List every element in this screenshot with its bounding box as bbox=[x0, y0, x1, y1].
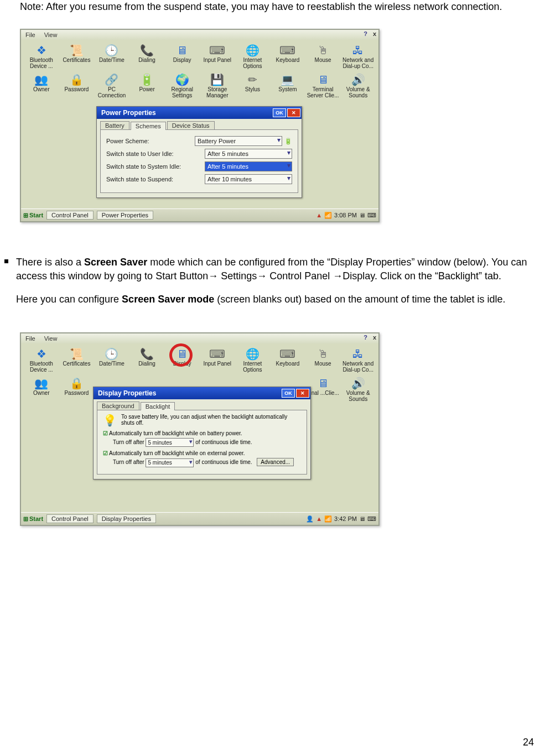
taskbar-task[interactable]: Power Properties bbox=[97, 211, 153, 220]
cp-icon[interactable]: 👥Owner bbox=[24, 72, 59, 98]
menu-view[interactable]: View bbox=[44, 335, 58, 342]
tabs: Battery Schemes Device Status bbox=[97, 119, 302, 129]
cp-icon[interactable]: 🖱Mouse bbox=[306, 43, 340, 69]
cp-icon[interactable]: 📞Dialing bbox=[130, 347, 164, 373]
screenshot-display-properties: File View ? x ❖Bluetooth Device ... 📜Cer… bbox=[20, 332, 380, 526]
control-panel-icons: ❖Bluetooth Device ... 📜Certificates 🕒Dat… bbox=[21, 40, 378, 100]
label-power-scheme: Power Scheme: bbox=[106, 138, 149, 144]
cp-icon[interactable]: ✏Stylus bbox=[236, 72, 270, 98]
start-button[interactable]: ⊞Start bbox=[23, 212, 43, 219]
cp-icon[interactable]: 🖥Terminal Server Clie... bbox=[306, 72, 340, 98]
combo-power-scheme[interactable]: Battery Power bbox=[195, 136, 282, 146]
start-button[interactable]: ⊞Start bbox=[23, 515, 43, 523]
cp-icon[interactable]: ⌨Keyboard bbox=[271, 347, 305, 373]
label-suspend: Switch state to Suspend: bbox=[106, 176, 173, 183]
combo-external-timeout[interactable]: 5 minutes bbox=[146, 458, 194, 467]
taskbar-task[interactable]: Control Panel bbox=[46, 514, 94, 523]
menu-file[interactable]: File bbox=[25, 335, 35, 342]
cp-icon[interactable]: 🔋Power bbox=[130, 72, 164, 98]
cp-icon[interactable]: 🔒Password bbox=[60, 376, 94, 402]
system-tray: ▲ 📶 3:08 PM 🖥 ⌨ bbox=[316, 212, 376, 219]
cp-icon[interactable]: 🌐Internet Options bbox=[236, 347, 270, 373]
combo-battery-timeout[interactable]: 5 minutes bbox=[146, 438, 194, 447]
cp-icon[interactable]: ❖Bluetooth Device ... bbox=[24, 347, 59, 373]
label-user-idle: Switch state to User Idle: bbox=[106, 150, 174, 157]
taskbar-task[interactable]: Display Properties bbox=[97, 514, 156, 523]
combo-user-idle[interactable]: After 5 minutes bbox=[205, 149, 292, 159]
tray-icon: ▲ bbox=[316, 515, 322, 522]
menu-view[interactable]: View bbox=[44, 32, 58, 38]
cp-icon[interactable]: 🖱Mouse bbox=[306, 347, 340, 373]
cp-icon[interactable]: 🌍Regional Settings bbox=[165, 72, 199, 98]
cp-icon[interactable]: ❖Bluetooth Device ... bbox=[24, 43, 59, 69]
taskbar: ⊞Start Control Panel Power Properties ▲ … bbox=[21, 208, 378, 221]
cp-icon[interactable]: 🌐Internet Options bbox=[236, 43, 270, 69]
tray-icon: ⌨ bbox=[367, 515, 376, 523]
cp-icon[interactable]: ⌨Keyboard bbox=[271, 43, 305, 69]
dialog-title: Power Properties bbox=[101, 109, 156, 117]
tab-device-status[interactable]: Device Status bbox=[167, 121, 215, 129]
bullet-icon bbox=[4, 259, 8, 263]
cp-icon[interactable]: 🖧Network and Dial-up Co... bbox=[341, 347, 375, 373]
bullet-text: There is also a Screen Saver mode which … bbox=[16, 256, 534, 319]
cp-icon[interactable]: 📞Dialing bbox=[130, 43, 164, 69]
cp-icon[interactable]: 📜Certificates bbox=[60, 43, 94, 69]
cp-icon[interactable]: 🖧Network and Dial-up Co... bbox=[341, 43, 375, 69]
cp-icon[interactable]: ⌨Input Panel bbox=[200, 43, 235, 69]
cp-icon[interactable]: 👥Owner bbox=[24, 376, 59, 402]
dialog-title: Display Properties bbox=[98, 389, 156, 397]
tab-battery[interactable]: Battery bbox=[100, 121, 129, 129]
bullet-item: There is also a Screen Saver mode which … bbox=[4, 256, 534, 319]
advanced-button[interactable]: Advanced... bbox=[257, 458, 294, 466]
ok-button[interactable]: OK bbox=[282, 389, 295, 398]
windows-icon: ⊞ bbox=[23, 212, 28, 219]
backlight-blurb: To save battery life, you can adjust whe… bbox=[121, 414, 301, 426]
tab-backlight[interactable]: Backlight bbox=[141, 402, 175, 410]
tray-icon: 🖥 bbox=[359, 212, 365, 218]
taskbar-task[interactable]: Control Panel bbox=[46, 211, 94, 220]
ok-button[interactable]: OK bbox=[273, 108, 286, 117]
cp-icon[interactable]: 💻System bbox=[271, 72, 305, 98]
help-icon[interactable]: ? bbox=[364, 334, 367, 341]
cp-icon[interactable]: 🖥...nal ...Clie... bbox=[306, 376, 340, 402]
close-button[interactable]: ✕ bbox=[287, 108, 300, 117]
battery-icon: 🔋 bbox=[284, 138, 292, 145]
tabs: Background Backlight bbox=[94, 399, 310, 410]
close-icon[interactable]: x bbox=[373, 334, 376, 341]
cp-icon[interactable]: 🔒Password bbox=[60, 72, 94, 98]
close-icon[interactable]: x bbox=[373, 30, 376, 37]
tray-icon: 🖥 bbox=[359, 515, 365, 522]
cp-icon[interactable]: 📜Certificates bbox=[60, 347, 94, 373]
highlight-circle-icon bbox=[169, 343, 193, 367]
cp-icon[interactable]: 🕒Date/Time bbox=[95, 43, 129, 69]
combo-suspend[interactable]: After 10 minutes bbox=[205, 174, 292, 184]
cp-icon[interactable]: 🔗PC Connection bbox=[95, 72, 129, 98]
menubar: File View ? x bbox=[21, 333, 378, 343]
cp-icon[interactable]: 🖥Display bbox=[165, 43, 199, 69]
lightbulb-icon: 💡 bbox=[103, 414, 117, 427]
close-button[interactable]: ✕ bbox=[296, 389, 309, 398]
dialog-body: Power Scheme: Battery Power 🔋 Switch sta… bbox=[100, 129, 298, 193]
dialog-display-properties: Display Properties OK ✕ Background Backl… bbox=[93, 387, 311, 479]
menubar: File View ? x bbox=[21, 30, 378, 40]
dialog-body: 💡 To save battery life, you can adjust w… bbox=[97, 410, 307, 474]
cp-icon[interactable]: 💾Storage Manager bbox=[200, 72, 235, 98]
system-tray: 👤 ▲ 📶 3:42 PM 🖥 ⌨ bbox=[306, 515, 376, 523]
titlebar: Display Properties OK ✕ bbox=[94, 387, 310, 399]
help-icon[interactable]: ? bbox=[364, 30, 367, 37]
menu-file[interactable]: File bbox=[25, 32, 35, 38]
cp-icon[interactable]: ⌨Input Panel bbox=[200, 347, 235, 373]
combo-system-idle[interactable]: After 5 minutes bbox=[205, 161, 292, 171]
checkbox-checked-icon: ☑ bbox=[103, 430, 108, 436]
cp-icon[interactable]: 🔊Volume & Sounds bbox=[341, 376, 375, 402]
tray-icon: ⌨ bbox=[367, 212, 376, 219]
cp-icon[interactable]: 🕒Date/Time bbox=[95, 347, 129, 373]
tray-icon: 👤 bbox=[306, 515, 314, 523]
cp-icon[interactable]: 🔊Volume & Sounds bbox=[341, 72, 375, 98]
tab-background[interactable]: Background bbox=[97, 402, 139, 410]
tab-schemes[interactable]: Schemes bbox=[131, 122, 166, 130]
tray-icon: 📶 bbox=[324, 515, 332, 523]
checkbox-row[interactable]: ☑Automatically turn off backlight while … bbox=[103, 450, 301, 456]
checkbox-row[interactable]: ☑Automatically turn off backlight while … bbox=[103, 430, 301, 436]
clock: 3:42 PM bbox=[334, 515, 357, 522]
